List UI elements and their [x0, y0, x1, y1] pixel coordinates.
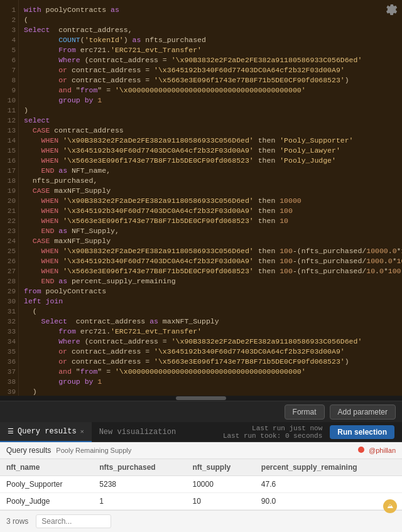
- watermark-logo: ⛰: [383, 499, 397, 513]
- tab-new-visualization[interactable]: New visualization: [92, 422, 183, 442]
- scrollbar-thumb[interactable]: [176, 396, 226, 400]
- line-number: 8: [3, 75, 16, 85]
- line-number: 24: [3, 236, 16, 246]
- add-parameter-button[interactable]: Add parameter: [330, 404, 396, 420]
- user-badge: @phillan: [358, 447, 396, 454]
- row-count: 3 rows: [6, 517, 28, 526]
- format-button[interactable]: Format: [285, 404, 325, 420]
- code-line: group by 1: [24, 377, 397, 387]
- line-number: 31: [3, 307, 16, 317]
- cell-percent-remaining: 47.6: [255, 476, 402, 493]
- line-number: 35: [3, 347, 16, 357]
- col-percent-supply-remaining: percent_supply_remaining: [255, 459, 402, 476]
- results-footer: 3 rows: [0, 510, 402, 532]
- code-line: Where (contract_address = '\x90B3832e2F2…: [24, 55, 397, 65]
- line-number: 14: [3, 136, 16, 146]
- code-line: From erc721.'ERC721_evt_Transfer': [24, 45, 397, 55]
- line-number: 16: [3, 156, 16, 166]
- line-number: 6: [3, 55, 16, 65]
- code-editor[interactable]: 1234567891011121314151617181920212223242…: [0, 0, 402, 396]
- line-number: 19: [3, 186, 16, 196]
- code-line: and "from" = '\x000000000000000000000000…: [24, 367, 397, 377]
- tab-query-results[interactable]: ☰ Query results ✕: [0, 422, 92, 442]
- code-line: WHEN '\x5663e3E096f1743e77B8F71b5DE0CF90…: [24, 266, 397, 276]
- code-line: CASE maxNFT_Supply: [24, 186, 397, 196]
- table-row: Pooly_Judge 1 10 90.0: [0, 493, 402, 510]
- line-number: 7: [3, 65, 16, 75]
- cell-nft-name: Pooly_Supporter: [0, 476, 93, 493]
- editor-content[interactable]: 1234567891011121314151617181920212223242…: [0, 0, 402, 396]
- line-number: 34: [3, 337, 16, 347]
- code-line: COUNT('tokenId') as nfts_purchased: [24, 35, 397, 45]
- code-line: WHEN '\x90B3832e2F2aDe2FE382a91180586933…: [24, 136, 397, 146]
- line-number: 11: [3, 106, 16, 116]
- code-lines[interactable]: with poolyContracts as(Select contract_a…: [19, 0, 402, 396]
- run-selection-button[interactable]: Run selection: [330, 425, 394, 439]
- line-number: 18: [3, 176, 16, 186]
- line-number: 36: [3, 357, 16, 367]
- results-subtitle: Pooly Remaining Supply: [56, 447, 131, 454]
- results-header: Query results Pooly Remaining Supply @ph…: [0, 442, 402, 459]
- editor-scrollbar[interactable]: [0, 396, 402, 401]
- line-numbers: 1234567891011121314151617181920212223242…: [0, 0, 19, 396]
- code-line: CASE maxNFT_Supply: [24, 236, 397, 246]
- tabs-bar: ☰ Query results ✕ New visualization Last…: [0, 422, 402, 442]
- search-input[interactable]: [36, 514, 111, 528]
- code-line: from poolyContracts: [24, 286, 397, 296]
- cell-nfts-purchased: 5238: [93, 476, 186, 493]
- cell-nft-name: Pooly_Judge: [0, 493, 93, 510]
- code-line: WHEN '\x5663e3E096f1743e77B8F71b5DE0CF90…: [24, 216, 397, 226]
- line-number: 17: [3, 166, 16, 176]
- line-number: 29: [3, 286, 16, 296]
- line-number: 33: [3, 327, 16, 337]
- line-number: 38: [3, 377, 16, 387]
- code-line: Where (contract_address = '\x90B3832e2F2…: [24, 337, 397, 347]
- line-number: 27: [3, 266, 16, 276]
- code-line: ): [24, 106, 397, 116]
- code-line: (: [24, 307, 397, 317]
- results-table-container[interactable]: nft_name nfts_purchased nft_supply perce…: [0, 459, 402, 510]
- line-number: 20: [3, 196, 16, 206]
- line-number: 13: [3, 126, 16, 136]
- line-number: 3: [3, 25, 16, 35]
- line-number: 9: [3, 85, 16, 95]
- code-line: WHEN '\x3645192b340F60d77403DC0A64cf2b32…: [24, 206, 397, 216]
- editor-toolbar: Format Add parameter: [0, 401, 402, 422]
- line-number: 30: [3, 296, 16, 307]
- line-number: 25: [3, 246, 16, 256]
- code-line: select: [24, 116, 397, 126]
- code-line: left join: [24, 296, 397, 307]
- line-number: 2: [3, 15, 16, 25]
- cell-nft-supply: 10000: [187, 476, 255, 493]
- line-number: 37: [3, 367, 16, 377]
- col-nfts-purchased: nfts_purchased: [93, 459, 186, 476]
- line-number: 5: [3, 45, 16, 55]
- settings-icon[interactable]: [386, 4, 398, 16]
- table-row: Pooly_Supporter 5238 10000 47.6: [0, 476, 402, 493]
- line-number: 15: [3, 146, 16, 156]
- code-line: and "from" = '\x000000000000000000000000…: [24, 85, 397, 95]
- tab-close-icon[interactable]: ✕: [80, 428, 84, 435]
- code-line: END as percent_supply_remaining: [24, 276, 397, 286]
- line-number: 12: [3, 116, 16, 126]
- code-line: WHEN '\x5663e3E096f1743e77B8F71b5DE0CF90…: [24, 156, 397, 166]
- line-number: 23: [3, 226, 16, 236]
- results-table: nft_name nfts_purchased nft_supply perce…: [0, 459, 402, 510]
- table-header-row: nft_name nfts_purchased nft_supply perce…: [0, 459, 402, 476]
- code-line: or contract_address = '\x3645192b340F60d…: [24, 347, 397, 357]
- code-line: WHEN '\x3645192b340F60d77403DC0A64cf2b32…: [24, 146, 397, 156]
- code-line: WHEN '\x3645192b340F60d77403DC0A64cf2b32…: [24, 256, 397, 266]
- cell-nfts-purchased: 1: [93, 493, 186, 510]
- cell-percent-remaining: 90.0: [255, 493, 402, 510]
- line-number: 26: [3, 256, 16, 266]
- tabs-right-info: Last run just now Last run took: 0 secon…: [223, 425, 402, 440]
- code-line: WHEN '\x90B3832e2F2aDe2FE382a91180586933…: [24, 246, 397, 256]
- line-number: 28: [3, 276, 16, 286]
- code-line: Select contract_address,: [24, 25, 397, 35]
- code-line: Select contract_address as maxNFT_Supply: [24, 317, 397, 327]
- cell-nft-supply: 10: [187, 493, 255, 510]
- line-number: 10: [3, 95, 16, 106]
- results-title: Query results: [6, 446, 51, 455]
- line-number: 1: [3, 5, 16, 15]
- line-number: 4: [3, 35, 16, 45]
